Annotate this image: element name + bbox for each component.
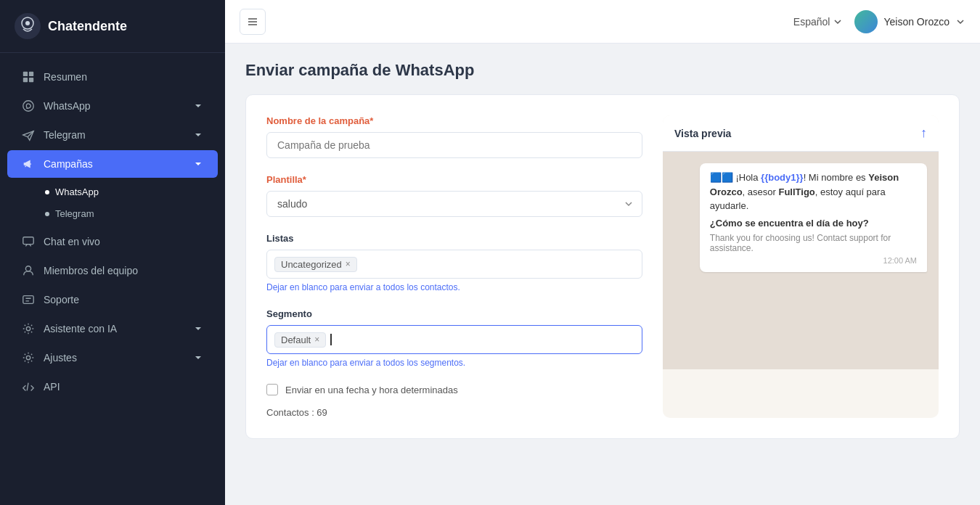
telegram-icon	[22, 128, 35, 141]
content-area: Enviar campaña de WhatsApp Nombre de la …	[225, 44, 980, 505]
segment-input[interactable]: Default ×	[266, 325, 642, 354]
logo-icon	[15, 13, 41, 39]
tag-remove-button[interactable]: ×	[346, 260, 351, 268]
chevron-down-icon	[193, 130, 203, 140]
menu-icon	[247, 16, 258, 28]
chevron-down-icon	[193, 353, 203, 363]
sidebar-item-miembros[interactable]: Miembros del equipo	[7, 257, 218, 284]
inactive-dot	[45, 212, 49, 216]
lists-group: Listas Uncategorized × Dejar en blanco p…	[266, 233, 642, 292]
logo-text: Chatendente	[48, 19, 127, 34]
sidebar-item-chat-en-vivo[interactable]: Chat en vivo	[7, 228, 218, 255]
header-left	[240, 9, 266, 35]
sidebar-sub-label-whatsapp: WhatsApp	[55, 186, 99, 197]
sidebar-label-miembros: Miembros del equipo	[44, 265, 138, 276]
logo-area: Chatendente	[0, 0, 225, 53]
form-card: Nombre de la campaña* Plantilla* saludo	[245, 94, 960, 439]
chevron-down-icon	[193, 159, 203, 169]
user-menu[interactable]: Yeison Orozco	[854, 10, 965, 33]
segment-group: Segmento Default × Dejar en blanco para …	[266, 308, 642, 368]
svg-rect-9	[23, 237, 33, 245]
bubble-support: Thank you for choosing us! Contact suppo…	[710, 233, 917, 253]
sidebar-item-campanas-telegram[interactable]: Telegram	[38, 203, 218, 224]
tag-label: Uncategorized	[281, 259, 342, 270]
page-title: Enviar campaña de WhatsApp	[245, 61, 960, 80]
bubble-variable: {{body1}}	[761, 172, 804, 183]
template-group: Plantilla* saludo	[266, 174, 642, 217]
sidebar-label-telegram: Telegram	[44, 129, 86, 141]
settings-icon	[22, 351, 35, 364]
sidebar-item-campanas[interactable]: Campañas	[7, 150, 218, 178]
template-select[interactable]: saludo	[266, 191, 642, 217]
language-label: Español	[793, 16, 830, 28]
avatar	[854, 10, 878, 33]
sidebar-item-asistente-ia[interactable]: Asistente con IA	[7, 315, 218, 342]
sidebar-item-telegram[interactable]: Telegram	[7, 121, 218, 149]
bubble-emoji: 🟦🟦 ¡Hola	[710, 172, 761, 183]
bubble-text-3: , asesor	[743, 186, 779, 197]
schedule-row: Enviar en una fecha y hora determinadas	[266, 384, 642, 395]
hamburger-button[interactable]	[240, 9, 266, 35]
lists-input[interactable]: Uncategorized ×	[266, 250, 642, 279]
svg-rect-4	[29, 72, 33, 76]
bubble-time: 12:00 AM	[710, 256, 917, 265]
tag-remove-button[interactable]: ×	[314, 335, 319, 344]
sidebar-label-ai: Asistente con IA	[44, 323, 117, 334]
chat-icon	[22, 235, 35, 248]
chevron-down-icon	[193, 324, 203, 334]
segment-label: Segmento	[266, 308, 642, 319]
sidebar-label-campanas: Campañas	[44, 158, 93, 170]
sidebar-item-whatsapp[interactable]: WhatsApp	[7, 92, 218, 120]
support-icon	[22, 293, 35, 306]
chevron-down-icon	[833, 17, 843, 27]
megaphone-icon	[22, 157, 35, 171]
sidebar-label-chat: Chat en vivo	[44, 236, 100, 247]
preview-panel: Vista previa ↑ 🟦🟦 ¡Hola {{body1}}! Mi no…	[663, 115, 939, 418]
message-bubble: 🟦🟦 ¡Hola {{body1}}! Mi nombre es Yeison …	[700, 163, 927, 272]
campanas-submenu: WhatsApp Telegram	[0, 179, 225, 226]
sidebar: Chatendente Resumen WhatsApp Telegram Ca…	[0, 0, 225, 505]
chevron-down-icon	[193, 101, 203, 111]
svg-point-12	[26, 327, 30, 330]
svg-point-2	[25, 21, 30, 25]
template-label: Plantilla*	[266, 174, 642, 185]
sidebar-item-api[interactable]: API	[7, 373, 218, 401]
template-select-wrapper: saludo	[266, 191, 642, 217]
bubble-brand: FullTigo	[778, 186, 814, 197]
main-content: Español Yeison Orozco Enviar campaña de …	[225, 0, 980, 505]
form-section: Nombre de la campaña* Plantilla* saludo	[266, 115, 642, 418]
language-selector[interactable]: Español	[793, 16, 844, 28]
preview-expand-button[interactable]: ↑	[920, 126, 927, 141]
schedule-checkbox[interactable]	[266, 384, 278, 395]
bubble-question: ¿Cómo se encuentra el día de hoy?	[710, 218, 917, 229]
campaign-name-group: Nombre de la campaña*	[266, 115, 642, 158]
whatsapp-icon	[22, 99, 35, 112]
sidebar-item-resumen[interactable]: Resumen	[7, 63, 218, 91]
sidebar-item-soporte[interactable]: Soporte	[7, 286, 218, 313]
person-icon	[22, 264, 35, 277]
sidebar-label-soporte: Soporte	[44, 294, 79, 305]
svg-rect-3	[23, 72, 28, 76]
active-dot	[45, 190, 49, 194]
campaign-name-input[interactable]	[266, 132, 642, 158]
contacts-info: Contactos : 69	[266, 407, 642, 418]
lists-tag-uncategorized: Uncategorized ×	[274, 257, 357, 272]
preview-header: Vista previa ↑	[663, 115, 939, 152]
svg-point-7	[23, 101, 33, 111]
svg-rect-5	[23, 78, 28, 82]
sidebar-item-campanas-whatsapp[interactable]: WhatsApp	[38, 181, 218, 202]
api-icon	[22, 380, 35, 393]
header: Español Yeison Orozco	[225, 0, 980, 44]
campaign-name-label: Nombre de la campaña*	[266, 115, 642, 126]
svg-rect-6	[29, 78, 33, 82]
segment-hint: Dejar en blanco para enviar a todos los …	[266, 358, 642, 368]
schedule-label: Enviar en una fecha y hora determinadas	[285, 385, 458, 395]
sidebar-navigation: Resumen WhatsApp Telegram Campañas Whats…	[0, 53, 225, 505]
header-right: Español Yeison Orozco	[793, 10, 965, 33]
sidebar-item-ajustes[interactable]: Ajustes	[7, 344, 218, 371]
preview-background: 🟦🟦 ¡Hola {{body1}}! Mi nombre es Yeison …	[663, 152, 939, 369]
grid-icon	[22, 70, 35, 83]
sidebar-label-ajustes: Ajustes	[44, 352, 77, 364]
bubble-text-2: ! Mi nombre es	[804, 172, 869, 183]
user-name: Yeison Orozco	[883, 16, 950, 28]
